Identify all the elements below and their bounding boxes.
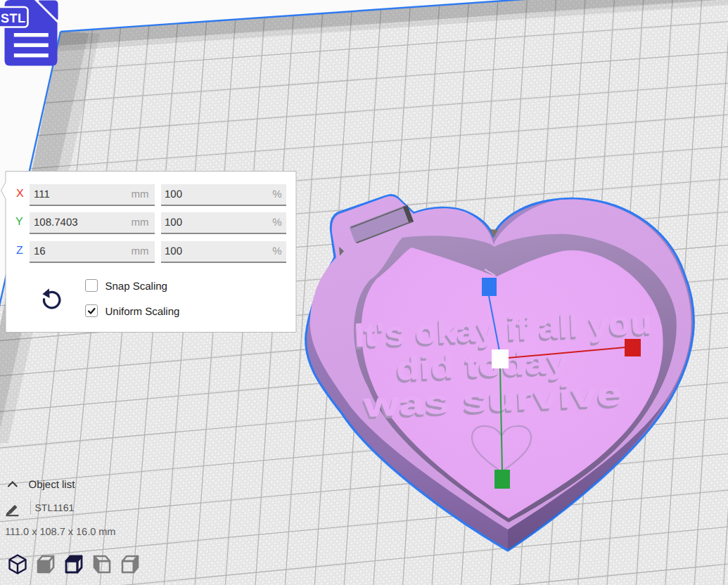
svg-text:STL: STL [1, 11, 26, 25]
